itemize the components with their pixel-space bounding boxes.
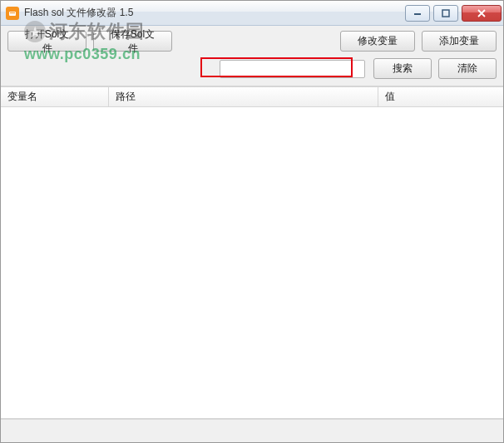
minimize-button[interactable]: [405, 5, 430, 22]
clear-button[interactable]: 清除: [438, 58, 497, 79]
search-button[interactable]: 搜索: [373, 58, 432, 79]
close-button[interactable]: [462, 5, 502, 22]
column-header-path[interactable]: 路径: [109, 87, 378, 106]
status-bar: [1, 419, 503, 442]
maximize-button[interactable]: [433, 5, 458, 22]
window-title: Flash sol 文件修改器 1.5: [24, 6, 133, 20]
open-sol-button[interactable]: 打开Sol文件: [7, 31, 86, 52]
svg-rect-3: [442, 10, 449, 17]
svg-rect-1: [10, 12, 15, 13]
column-header-value[interactable]: 值: [378, 87, 503, 106]
svg-rect-2: [414, 13, 421, 15]
add-variable-button[interactable]: 添加变量: [422, 31, 497, 52]
svg-rect-0: [9, 12, 16, 16]
title-bar: Flash sol 文件修改器 1.5: [1, 1, 503, 26]
table-header: 变量名 路径 值: [1, 87, 503, 107]
toolbar: 打开Sol文件 保存Sol文件 修改变量 添加变量 搜索 清除: [1, 26, 503, 86]
search-input[interactable]: [220, 60, 365, 78]
table-body[interactable]: [1, 107, 503, 418]
variables-table: 变量名 路径 值: [1, 86, 503, 419]
app-icon: [6, 7, 19, 20]
column-header-name[interactable]: 变量名: [1, 87, 109, 106]
save-sol-button[interactable]: 保存Sol文件: [93, 31, 172, 52]
modify-variable-button[interactable]: 修改变量: [340, 31, 415, 52]
